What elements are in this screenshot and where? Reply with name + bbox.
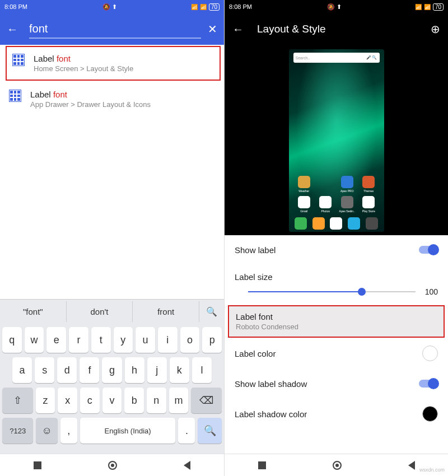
grid-icon <box>12 54 25 66</box>
key-w[interactable]: w <box>25 327 44 353</box>
key-b[interactable]: b <box>124 388 144 413</box>
key-j[interactable]: j <box>147 357 167 383</box>
setting-show-shadow[interactable]: Show label shadow <box>225 369 448 398</box>
key-q[interactable]: q <box>2 327 22 353</box>
battery-icon: 70 <box>433 3 444 11</box>
shift-key[interactable]: ⇧ <box>2 388 33 413</box>
result-path: App Drawer > Drawer Layout & Icons <box>30 100 151 109</box>
color-swatch[interactable] <box>422 406 438 422</box>
page-title: Layout & Style <box>257 23 431 35</box>
back-button[interactable] <box>184 461 190 470</box>
status-time: 8:08 PM <box>229 3 252 10</box>
watermark: wsxdn.com <box>419 467 445 473</box>
symbols-key[interactable]: ?123 <box>2 418 33 444</box>
status-bar: 8:08 PM 🔕 ⬆ 📶📶 70 <box>225 0 448 13</box>
grid-icon <box>9 90 21 102</box>
phone-left: 8:08 PM 🔕 ⬆ 📶📶 70 ← ✕ Label font Home Sc… <box>0 0 224 476</box>
key-v[interactable]: v <box>102 388 122 413</box>
color-swatch[interactable] <box>422 346 438 361</box>
setting-label-color[interactable]: Label color <box>225 338 448 369</box>
key-s[interactable]: s <box>35 357 54 383</box>
search-icon[interactable]: 🔍 <box>199 306 224 317</box>
battery-icon: 70 <box>209 3 220 11</box>
suggestion-2[interactable]: front <box>133 301 199 322</box>
setting-label-font[interactable]: Label font Roboto Condensed <box>228 305 445 338</box>
toggle-on-icon[interactable] <box>419 380 438 388</box>
key-k[interactable]: k <box>170 357 189 383</box>
suggestion-0[interactable]: "font" <box>0 301 67 322</box>
wifi-icon: 📶 <box>191 4 198 10</box>
slider[interactable]: 100 <box>248 286 438 297</box>
status-time: 8:08 PM <box>4 3 27 10</box>
space-key[interactable]: English (India) <box>80 418 176 444</box>
wifi-icon: 📶 <box>415 4 422 10</box>
back-icon[interactable]: ← <box>7 23 18 36</box>
recents-button[interactable] <box>34 461 41 469</box>
setting-label-size[interactable]: Label size 100 <box>225 264 448 305</box>
title-header: ← Layout & Style ⊕ <box>225 13 448 45</box>
key-r[interactable]: r <box>69 327 88 353</box>
keyboard: qwertyuiop asdfghjkl ⇧ zxcvbnm ⌫ ?123 ☺ … <box>0 324 224 454</box>
magnify-icon[interactable]: ⊕ <box>431 22 440 36</box>
home-preview: Search..🎤 🔍 WeatherApex PROThemesGmailPh… <box>225 45 448 235</box>
key-m[interactable]: m <box>169 388 189 413</box>
key-n[interactable]: n <box>147 388 166 413</box>
key-g[interactable]: g <box>102 357 122 383</box>
status-bar: 8:08 PM 🔕 ⬆ 📶📶 70 <box>0 0 224 13</box>
backspace-key[interactable]: ⌫ <box>191 388 222 413</box>
result-title: Label font <box>30 90 151 99</box>
result-title: Label font <box>34 54 133 63</box>
key-p[interactable]: p <box>202 327 222 353</box>
comma-key[interactable]: , <box>60 418 77 444</box>
home-button[interactable] <box>108 461 117 470</box>
clear-icon[interactable]: ✕ <box>208 22 217 36</box>
android-nav <box>225 454 448 476</box>
key-y[interactable]: y <box>114 327 133 353</box>
signal-icon: 📶 <box>200 4 207 10</box>
key-d[interactable]: d <box>57 357 77 383</box>
keyboard-suggestions: "font" don't front 🔍 <box>0 299 224 324</box>
key-c[interactable]: c <box>80 388 100 413</box>
key-l[interactable]: l <box>192 357 212 383</box>
key-t[interactable]: t <box>91 327 111 353</box>
key-o[interactable]: o <box>180 327 200 353</box>
setting-shadow-color[interactable]: Label shadow color <box>225 398 448 430</box>
recents-button[interactable] <box>258 461 266 469</box>
key-e[interactable]: e <box>46 327 66 353</box>
search-result-0[interactable]: Label font Home Screen > Layout & Style <box>6 46 221 81</box>
key-a[interactable]: a <box>12 357 32 383</box>
period-key[interactable]: . <box>178 418 195 444</box>
toggle-on-icon[interactable] <box>419 246 438 254</box>
phone-right: 8:08 PM 🔕 ⬆ 📶📶 70 ← Layout & Style ⊕ Sea… <box>224 0 448 476</box>
search-header: ← ✕ <box>0 13 224 45</box>
settings-list: Show label Label size 100 Label font Rob… <box>225 235 448 454</box>
mini-search-bar: Search..🎤 🔍 <box>293 53 380 63</box>
enter-key[interactable]: 🔍 <box>198 418 222 444</box>
suggestion-1[interactable]: don't <box>67 301 133 322</box>
back-icon[interactable]: ← <box>232 23 244 36</box>
emoji-key[interactable]: ☺ <box>36 418 57 444</box>
mini-homescreen: Search..🎤 🔍 WeatherApex PROThemesGmailPh… <box>289 49 384 232</box>
search-results: Label font Home Screen > Layout & Style … <box>0 45 224 299</box>
key-z[interactable]: z <box>36 388 55 413</box>
key-f[interactable]: f <box>80 357 99 383</box>
setting-show-label[interactable]: Show label <box>225 235 448 264</box>
status-icons: 📶📶 70 <box>191 3 220 11</box>
search-input[interactable] <box>29 20 201 39</box>
signal-icon: 📶 <box>424 4 431 10</box>
search-result-1[interactable]: Label font App Drawer > Drawer Layout & … <box>0 82 224 116</box>
key-x[interactable]: x <box>58 388 77 413</box>
android-nav <box>0 454 224 476</box>
key-h[interactable]: h <box>125 357 144 383</box>
key-i[interactable]: i <box>158 327 178 353</box>
back-button[interactable] <box>408 461 415 470</box>
home-button[interactable] <box>333 461 342 470</box>
key-u[interactable]: u <box>136 327 155 353</box>
result-path: Home Screen > Layout & Style <box>34 64 133 73</box>
status-icons: 📶📶 70 <box>415 3 444 11</box>
